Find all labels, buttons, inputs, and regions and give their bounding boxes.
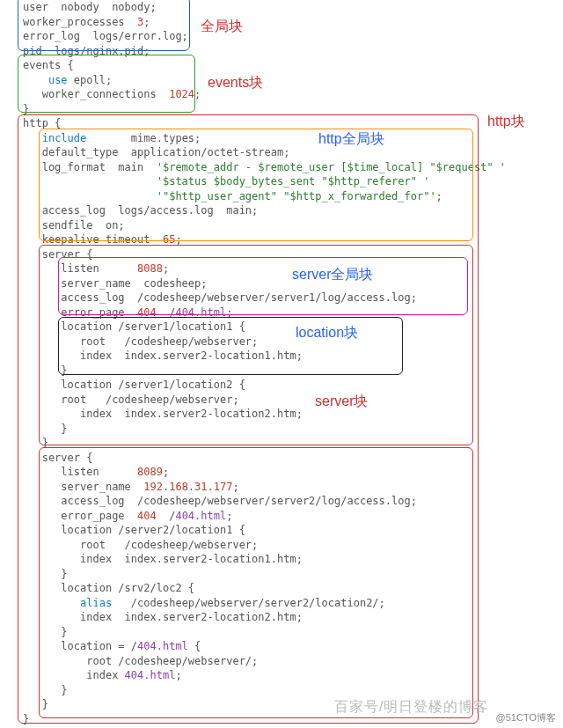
watermark: @51CTO博客: [496, 710, 556, 724]
code-block: user nobody nobody; worker_processes 3; …: [0, 0, 563, 726]
watermark-faint: 百家号/明日登楼的博客: [334, 700, 488, 714]
